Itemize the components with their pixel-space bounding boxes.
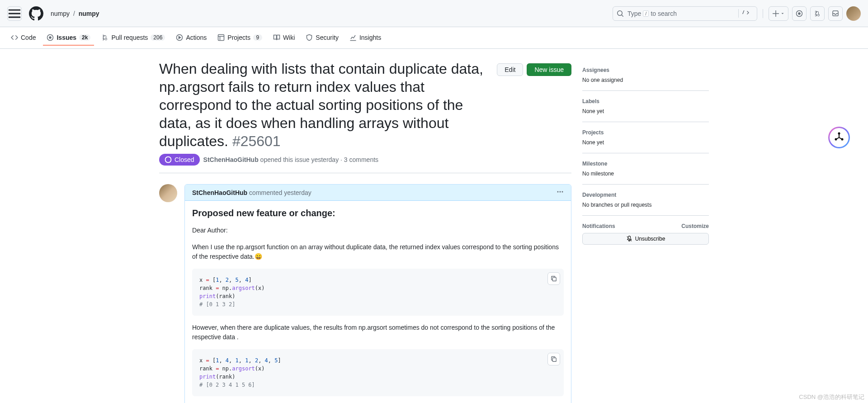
github-logo[interactable] (29, 6, 43, 21)
unsubscribe-label: Unsubscribe (635, 236, 665, 242)
search-input[interactable]: Type / to search (613, 6, 757, 21)
nav-projects[interactable]: Projects 9 (214, 30, 266, 46)
hamburger-icon (8, 7, 21, 20)
notif-heading: Notifications Customize (582, 223, 709, 229)
git-pull-request-icon (101, 34, 108, 41)
copy-button[interactable] (547, 353, 560, 365)
code-line: rank = np.argsort(x) (199, 365, 557, 373)
content-column: When dealing with lists that contain dup… (159, 60, 571, 403)
nav-actions[interactable]: Actions (172, 30, 210, 46)
pull-requests-shortcut-button[interactable] (810, 6, 825, 21)
git-pull-request-icon (814, 10, 821, 17)
graph-icon (349, 34, 357, 41)
code-line: print(rank) (199, 373, 557, 381)
create-new-button[interactable] (769, 6, 788, 21)
comment-header: StChenHaoGitHub commented yesterday (185, 185, 571, 201)
search-icon (617, 10, 624, 17)
code-block-2: x = [1, 4, 1, 1, 2, 4, 5] rank = np.args… (192, 349, 564, 396)
customize-link[interactable]: Customize (681, 223, 709, 229)
code-line: rank = np.argsort(x) (199, 284, 557, 292)
sidebar-assignees[interactable]: Assignees No one assigned (582, 60, 709, 91)
projects-count: 9 (253, 34, 262, 41)
sidebar-projects[interactable]: Projects None yet (582, 122, 709, 153)
svg-rect-12 (552, 277, 556, 281)
floating-widget[interactable] (828, 127, 850, 148)
command-palette-icon[interactable] (738, 9, 753, 18)
new-issue-button[interactable]: New issue (527, 63, 571, 76)
dev-heading: Development (582, 192, 709, 198)
projects-value: None yet (582, 139, 709, 146)
comment-avatar[interactable] (159, 184, 177, 202)
code-line: x = [1, 2, 5, 4] (199, 276, 557, 284)
title-row: When dealing with lists that contain dup… (159, 60, 571, 150)
notifications-button[interactable] (828, 6, 843, 21)
nav-pulls-label: Pull requests (111, 34, 148, 41)
copy-button[interactable] (547, 272, 560, 285)
search-prefix: Type (627, 10, 641, 17)
top-header: numpy / numpy Type / to search (0, 0, 868, 27)
comment-menu[interactable] (557, 188, 564, 197)
widget-icon (834, 132, 844, 143)
nav-security-label: Security (316, 34, 339, 41)
play-icon (176, 34, 183, 41)
nav-wiki[interactable]: Wiki (269, 30, 298, 46)
issue-title: When dealing with lists that contain dup… (159, 60, 490, 150)
state-text: Closed (175, 156, 194, 163)
svg-point-9 (557, 191, 559, 193)
project-icon (217, 34, 225, 41)
breadcrumb-owner[interactable]: numpy (51, 10, 70, 17)
milestone-value: No milestone (582, 171, 709, 177)
title-actions: Edit New issue (497, 63, 571, 76)
hamburger-menu[interactable] (7, 6, 22, 21)
issue-meta: Closed StChenHaoGitHub opened this issue… (159, 154, 571, 173)
issue-opened-icon (796, 10, 803, 17)
issue-opened-text: opened this issue yesterday · 3 comments (259, 156, 378, 163)
svg-point-14 (839, 133, 840, 134)
issues-shortcut-button[interactable] (792, 6, 807, 21)
comment-p2: When I use the np.argsort function on an… (192, 242, 564, 261)
nav-actions-label: Actions (186, 34, 207, 41)
svg-point-11 (562, 191, 563, 193)
assignees-value: No one assigned (582, 77, 709, 83)
search-suffix: to search (651, 10, 677, 17)
user-avatar[interactable] (846, 6, 861, 21)
nav-insights[interactable]: Insights (346, 30, 385, 46)
milestone-heading: Milestone (582, 161, 709, 167)
state-badge: Closed (159, 154, 200, 166)
sidebar-development[interactable]: Development No branches or pull requests (582, 185, 709, 216)
breadcrumb-repo[interactable]: numpy (79, 10, 99, 17)
edit-button[interactable]: Edit (497, 63, 523, 76)
unsubscribe-button[interactable]: Unsubscribe (582, 233, 709, 245)
nav-code[interactable]: Code (7, 30, 39, 46)
issue-meta-text: StChenHaoGitHub opened this issue yester… (203, 156, 378, 163)
issues-count: 2k (79, 34, 90, 41)
sidebar-milestone[interactable]: Milestone No milestone (582, 153, 709, 185)
dev-value: No branches or pull requests (582, 202, 709, 208)
repo-nav: Code Issues 2k Pull requests 206 Actions… (0, 27, 868, 49)
nav-code-label: Code (21, 34, 36, 41)
nav-projects-label: Projects (227, 34, 250, 41)
issue-title-text: When dealing with lists that contain dup… (159, 61, 483, 149)
issue-author[interactable]: StChenHaoGitHub (203, 156, 259, 163)
svg-point-16 (842, 139, 843, 140)
comment-wrap: StChenHaoGitHub commented yesterday Prop… (159, 184, 571, 403)
sidebar-labels[interactable]: Labels None yet (582, 91, 709, 122)
code-block-1: x = [1, 2, 5, 4] rank = np.argsort(x) pr… (192, 269, 564, 316)
nav-wiki-label: Wiki (283, 34, 295, 41)
search-key: / (643, 10, 649, 17)
svg-rect-13 (552, 358, 556, 361)
comment-p3: However, when there are duplicate values… (192, 323, 564, 342)
skip-icon (165, 156, 173, 163)
comment-author[interactable]: StChenHaoGitHub (192, 189, 247, 196)
bell-slash-icon (626, 236, 632, 242)
nav-security[interactable]: Security (302, 30, 342, 46)
nav-issues[interactable]: Issues 2k (43, 30, 94, 46)
projects-heading: Projects (582, 129, 709, 136)
breadcrumb: numpy / numpy (51, 10, 99, 17)
main-content: When dealing with lists that contain dup… (145, 49, 723, 403)
plus-icon (772, 10, 779, 17)
comment-box: StChenHaoGitHub commented yesterday Prop… (184, 184, 571, 403)
nav-pull-requests[interactable]: Pull requests 206 (98, 30, 169, 46)
comment-heading: Proposed new feature or change: (192, 208, 564, 218)
comment-body: Proposed new feature or change: Dear Aut… (185, 201, 571, 403)
